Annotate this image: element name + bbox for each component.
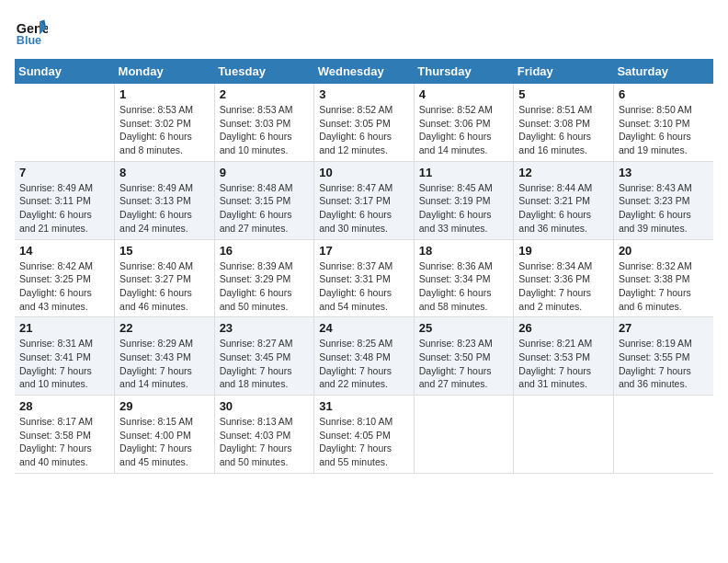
day-cell: 29Sunrise: 8:15 AMSunset: 4:00 PMDayligh… bbox=[115, 396, 215, 474]
logo: General Blue bbox=[15, 15, 51, 48]
day-cell: 15Sunrise: 8:40 AMSunset: 3:27 PMDayligh… bbox=[115, 239, 215, 317]
week-row-0: 1Sunrise: 8:53 AMSunset: 3:02 PMDaylight… bbox=[15, 84, 713, 161]
day-info: Sunrise: 8:36 AMSunset: 3:34 PMDaylight:… bbox=[419, 259, 509, 314]
day-cell: 30Sunrise: 8:13 AMSunset: 4:03 PMDayligh… bbox=[214, 396, 314, 474]
day-number: 3 bbox=[319, 87, 409, 101]
day-number: 24 bbox=[319, 321, 409, 335]
day-cell: 11Sunrise: 8:45 AMSunset: 3:19 PMDayligh… bbox=[414, 161, 514, 239]
day-number: 8 bbox=[119, 166, 210, 179]
day-info: Sunrise: 8:15 AMSunset: 4:00 PMDaylight:… bbox=[119, 415, 210, 469]
day-info: Sunrise: 8:29 AMSunset: 3:43 PMDaylight:… bbox=[119, 337, 210, 391]
day-cell bbox=[613, 396, 713, 474]
day-cell: 20Sunrise: 8:32 AMSunset: 3:38 PMDayligh… bbox=[613, 239, 713, 317]
day-info: Sunrise: 8:53 AMSunset: 3:02 PMDaylight:… bbox=[119, 103, 210, 157]
day-number: 2 bbox=[220, 87, 310, 101]
day-info: Sunrise: 8:44 AMSunset: 3:21 PMDaylight:… bbox=[518, 181, 609, 236]
day-cell: 26Sunrise: 8:21 AMSunset: 3:53 PMDayligh… bbox=[514, 317, 614, 396]
day-number: 15 bbox=[119, 244, 210, 258]
day-info: Sunrise: 8:47 AMSunset: 3:17 PMDaylight:… bbox=[319, 181, 409, 236]
day-info: Sunrise: 8:37 AMSunset: 3:31 PMDaylight:… bbox=[319, 259, 409, 314]
day-cell bbox=[15, 84, 115, 161]
day-number: 9 bbox=[220, 166, 310, 179]
header-cell-sunday: Sunday bbox=[15, 59, 115, 84]
day-number: 16 bbox=[220, 244, 310, 258]
day-info: Sunrise: 8:10 AMSunset: 4:05 PMDaylight:… bbox=[319, 415, 409, 469]
day-cell: 6Sunrise: 8:50 AMSunset: 3:10 PMDaylight… bbox=[613, 84, 713, 161]
day-info: Sunrise: 8:27 AMSunset: 3:45 PMDaylight:… bbox=[220, 337, 310, 391]
day-number: 26 bbox=[518, 321, 609, 335]
header-cell-monday: Monday bbox=[115, 59, 215, 84]
day-number: 4 bbox=[419, 87, 509, 101]
day-cell: 31Sunrise: 8:10 AMSunset: 4:05 PMDayligh… bbox=[314, 396, 415, 474]
logo-icon: General Blue bbox=[15, 15, 48, 48]
day-info: Sunrise: 8:17 AMSunset: 3:58 PMDaylight:… bbox=[19, 415, 109, 469]
day-cell: 14Sunrise: 8:42 AMSunset: 3:25 PMDayligh… bbox=[15, 239, 115, 317]
header-row: SundayMondayTuesdayWednesdayThursdayFrid… bbox=[15, 59, 713, 84]
day-number: 1 bbox=[119, 87, 210, 101]
day-number: 21 bbox=[19, 321, 109, 335]
day-number: 25 bbox=[419, 321, 509, 335]
day-cell: 18Sunrise: 8:36 AMSunset: 3:34 PMDayligh… bbox=[414, 239, 514, 317]
day-info: Sunrise: 8:50 AMSunset: 3:10 PMDaylight:… bbox=[619, 103, 709, 157]
header-cell-thursday: Thursday bbox=[414, 59, 514, 84]
day-number: 30 bbox=[220, 399, 310, 413]
day-number: 10 bbox=[319, 166, 409, 179]
day-number: 17 bbox=[319, 244, 409, 258]
day-number: 20 bbox=[619, 244, 709, 258]
day-info: Sunrise: 8:49 AMSunset: 3:11 PMDaylight:… bbox=[19, 181, 109, 236]
day-cell: 28Sunrise: 8:17 AMSunset: 3:58 PMDayligh… bbox=[15, 396, 115, 474]
week-row-4: 28Sunrise: 8:17 AMSunset: 3:58 PMDayligh… bbox=[15, 396, 713, 474]
day-info: Sunrise: 8:45 AMSunset: 3:19 PMDaylight:… bbox=[419, 181, 509, 236]
day-info: Sunrise: 8:43 AMSunset: 3:23 PMDaylight:… bbox=[619, 181, 709, 236]
day-cell: 19Sunrise: 8:34 AMSunset: 3:36 PMDayligh… bbox=[514, 239, 614, 317]
day-info: Sunrise: 8:40 AMSunset: 3:27 PMDaylight:… bbox=[119, 259, 210, 314]
day-number: 22 bbox=[119, 321, 210, 335]
day-cell: 24Sunrise: 8:25 AMSunset: 3:48 PMDayligh… bbox=[314, 317, 415, 396]
day-info: Sunrise: 8:52 AMSunset: 3:06 PMDaylight:… bbox=[419, 103, 509, 157]
svg-text:Blue: Blue bbox=[17, 34, 41, 47]
day-info: Sunrise: 8:39 AMSunset: 3:29 PMDaylight:… bbox=[220, 259, 310, 314]
day-cell bbox=[414, 396, 514, 474]
day-cell: 5Sunrise: 8:51 AMSunset: 3:08 PMDaylight… bbox=[514, 84, 614, 161]
day-info: Sunrise: 8:52 AMSunset: 3:05 PMDaylight:… bbox=[319, 103, 409, 157]
day-cell: 7Sunrise: 8:49 AMSunset: 3:11 PMDaylight… bbox=[15, 161, 115, 239]
day-cell: 3Sunrise: 8:52 AMSunset: 3:05 PMDaylight… bbox=[314, 84, 415, 161]
day-cell: 16Sunrise: 8:39 AMSunset: 3:29 PMDayligh… bbox=[214, 239, 314, 317]
day-info: Sunrise: 8:25 AMSunset: 3:48 PMDaylight:… bbox=[319, 337, 409, 391]
day-cell: 27Sunrise: 8:19 AMSunset: 3:55 PMDayligh… bbox=[613, 317, 713, 396]
day-cell: 9Sunrise: 8:48 AMSunset: 3:15 PMDaylight… bbox=[214, 161, 314, 239]
day-number: 18 bbox=[419, 244, 509, 258]
week-row-3: 21Sunrise: 8:31 AMSunset: 3:41 PMDayligh… bbox=[15, 317, 713, 396]
calendar-header: SundayMondayTuesdayWednesdayThursdayFrid… bbox=[15, 59, 713, 84]
day-info: Sunrise: 8:34 AMSunset: 3:36 PMDaylight:… bbox=[518, 259, 609, 314]
day-cell: 12Sunrise: 8:44 AMSunset: 3:21 PMDayligh… bbox=[514, 161, 614, 239]
day-info: Sunrise: 8:23 AMSunset: 3:50 PMDaylight:… bbox=[419, 337, 509, 391]
header-cell-friday: Friday bbox=[514, 59, 614, 84]
day-cell: 1Sunrise: 8:53 AMSunset: 3:02 PMDaylight… bbox=[115, 84, 215, 161]
day-number: 11 bbox=[419, 166, 509, 179]
day-info: Sunrise: 8:31 AMSunset: 3:41 PMDaylight:… bbox=[19, 337, 109, 391]
day-info: Sunrise: 8:13 AMSunset: 4:03 PMDaylight:… bbox=[220, 415, 310, 469]
day-cell: 21Sunrise: 8:31 AMSunset: 3:41 PMDayligh… bbox=[15, 317, 115, 396]
day-number: 29 bbox=[119, 399, 210, 413]
day-number: 6 bbox=[619, 87, 709, 101]
day-number: 14 bbox=[19, 244, 109, 258]
day-cell: 25Sunrise: 8:23 AMSunset: 3:50 PMDayligh… bbox=[414, 317, 514, 396]
day-info: Sunrise: 8:49 AMSunset: 3:13 PMDaylight:… bbox=[119, 181, 210, 236]
day-cell: 4Sunrise: 8:52 AMSunset: 3:06 PMDaylight… bbox=[414, 84, 514, 161]
day-info: Sunrise: 8:32 AMSunset: 3:38 PMDaylight:… bbox=[619, 259, 709, 314]
day-number: 31 bbox=[319, 399, 409, 413]
week-row-2: 14Sunrise: 8:42 AMSunset: 3:25 PMDayligh… bbox=[15, 239, 713, 317]
day-cell: 23Sunrise: 8:27 AMSunset: 3:45 PMDayligh… bbox=[214, 317, 314, 396]
day-cell: 8Sunrise: 8:49 AMSunset: 3:13 PMDaylight… bbox=[115, 161, 215, 239]
day-info: Sunrise: 8:53 AMSunset: 3:03 PMDaylight:… bbox=[220, 103, 310, 157]
day-number: 23 bbox=[220, 321, 310, 335]
day-cell: 17Sunrise: 8:37 AMSunset: 3:31 PMDayligh… bbox=[314, 239, 415, 317]
calendar-body: 1Sunrise: 8:53 AMSunset: 3:02 PMDaylight… bbox=[15, 84, 713, 473]
header-cell-saturday: Saturday bbox=[613, 59, 713, 84]
week-row-1: 7Sunrise: 8:49 AMSunset: 3:11 PMDaylight… bbox=[15, 161, 713, 239]
day-number: 19 bbox=[518, 244, 609, 258]
day-info: Sunrise: 8:42 AMSunset: 3:25 PMDaylight:… bbox=[19, 259, 109, 314]
day-number: 5 bbox=[518, 87, 609, 101]
calendar-table: SundayMondayTuesdayWednesdayThursdayFrid… bbox=[15, 59, 713, 474]
